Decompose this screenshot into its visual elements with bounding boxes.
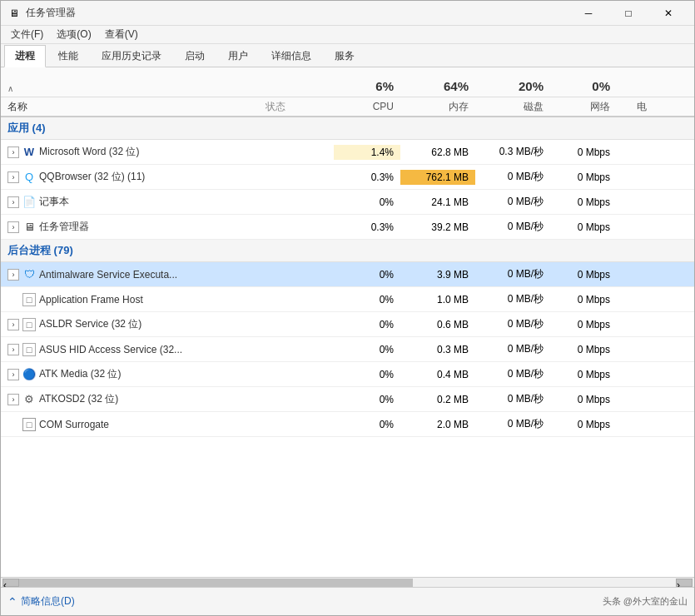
- process-mem: 0.3 MB: [400, 342, 475, 357]
- expand-button[interactable]: ›: [7, 319, 19, 330]
- section-apps: 应用 (4): [1, 117, 694, 140]
- table-row[interactable]: › W Microsoft Word (32 位) 1.4% 62.8 MB 0…: [1, 140, 694, 165]
- tab-startup[interactable]: 启动: [174, 45, 216, 67]
- process-status: [259, 423, 334, 426]
- process-mem: 0.4 MB: [400, 367, 475, 382]
- col-label-power: 电: [617, 98, 650, 116]
- brief-info-link[interactable]: ⌃ 简略信息(D): [7, 594, 75, 609]
- bottom-bar: ⌃ 简略信息(D) 头条 @外大室的金山: [1, 587, 694, 615]
- table-row[interactable]: › 🔵 ATK Media (32 位) 0% 0.4 MB 0 MB/秒 0 …: [1, 362, 694, 387]
- process-disk: 0 MB/秒: [475, 168, 550, 186]
- process-mem: 1.0 MB: [400, 292, 475, 307]
- app-icon: 🖥: [7, 7, 21, 20]
- expand-button[interactable]: ›: [7, 269, 19, 281]
- minimize-button[interactable]: ─: [569, 1, 608, 26]
- col-label-cpu[interactable]: CPU: [334, 99, 400, 114]
- expand-button[interactable]: ›: [7, 221, 19, 233]
- menu-file[interactable]: 文件(F): [4, 26, 50, 43]
- process-mem: 24.1 MB: [400, 195, 475, 210]
- table-row[interactable]: › ⚙ ATKOSD2 (32 位) 0% 0.2 MB 0 MB/秒 0 Mb…: [1, 387, 694, 412]
- word-icon: W: [22, 146, 36, 159]
- process-disk: 0 MB/秒: [475, 340, 550, 358]
- table-row[interactable]: › Q QQBrowser (32 位) (11) 0.3% 762.1 MB …: [1, 165, 694, 190]
- main-content: ∧ 6% 64% 20% 0%: [1, 67, 694, 587]
- table-row[interactable]: □ Application Frame Host 0% 1.0 MB 0 MB/…: [1, 287, 694, 312]
- process-cpu: 0%: [334, 292, 400, 307]
- process-name: ATK Media (32 位): [39, 367, 121, 381]
- process-net: 0 Mbps: [550, 417, 617, 432]
- col-header-disk[interactable]: 20%: [475, 76, 550, 97]
- tab-users[interactable]: 用户: [217, 45, 259, 67]
- expand-button[interactable]: ›: [7, 369, 19, 380]
- process-mem: 0.6 MB: [400, 317, 475, 332]
- tab-process[interactable]: 进程: [4, 45, 46, 67]
- scroll-left-btn[interactable]: ‹: [2, 579, 19, 587]
- process-cpu: 0%: [334, 417, 400, 432]
- expand-button[interactable]: ›: [7, 196, 19, 208]
- process-disk: 0 MB/秒: [475, 193, 550, 211]
- menu-view[interactable]: 查看(V): [98, 26, 145, 43]
- col-label-disk[interactable]: 磁盘: [475, 98, 550, 116]
- col-header-status: [259, 90, 334, 97]
- asushid-icon: □: [22, 343, 36, 356]
- maximize-button[interactable]: □: [609, 1, 648, 26]
- tab-services[interactable]: 服务: [324, 45, 365, 67]
- scroll-right-btn[interactable]: ›: [676, 579, 693, 587]
- process-net: 0 Mbps: [550, 220, 617, 235]
- col-label-net[interactable]: 网络: [550, 98, 617, 116]
- atkosd-icon: ⚙: [22, 393, 36, 406]
- horizontal-scrollbar[interactable]: ‹ ›: [1, 577, 694, 587]
- col-header-net[interactable]: 0%: [550, 76, 617, 97]
- tab-details[interactable]: 详细信息: [261, 45, 322, 67]
- process-mem: 62.8 MB: [400, 145, 475, 160]
- process-power: [617, 323, 650, 326]
- process-disk: 0 MB/秒: [475, 415, 550, 433]
- process-cpu: 0.3%: [334, 170, 400, 185]
- expand-button[interactable]: ›: [7, 147, 19, 158]
- process-name: QQBrowser (32 位) (11): [39, 170, 145, 184]
- process-status: [259, 151, 334, 154]
- table-row[interactable]: › 📄 记事本 0% 24.1 MB 0 MB/秒 0 Mbps: [1, 190, 694, 215]
- process-status: [259, 226, 334, 229]
- process-net: 0 Mbps: [550, 367, 617, 382]
- window-controls: ─ □ ✕: [569, 1, 688, 26]
- sort-indicator: ∧: [7, 84, 13, 93]
- col-header-mem[interactable]: 64%: [400, 76, 475, 97]
- table-body[interactable]: 应用 (4) › W Microsoft Word (32 位) 1.4% 62…: [1, 117, 694, 577]
- process-cpu: 0%: [334, 342, 400, 357]
- window-title: 任务管理器: [26, 6, 569, 20]
- table-row[interactable]: › 🖥 任务管理器 0.3% 39.2 MB 0 MB/秒 0 Mbps: [1, 215, 694, 240]
- col-label-name[interactable]: 名称: [1, 98, 259, 116]
- col-header-name[interactable]: ∧: [1, 81, 259, 97]
- table-row[interactable]: › □ ASUS HID Access Service (32... 0% 0.…: [1, 337, 694, 362]
- expand-button[interactable]: ›: [7, 394, 19, 405]
- process-status: [259, 398, 334, 401]
- process-power: [617, 226, 650, 229]
- process-net: 0 Mbps: [550, 170, 617, 185]
- expand-button[interactable]: ›: [7, 171, 19, 183]
- notepad-icon: 📄: [22, 196, 36, 209]
- process-disk: 0 MB/秒: [475, 390, 550, 408]
- tab-performance[interactable]: 性能: [47, 45, 89, 67]
- process-mem: 2.0 MB: [400, 417, 475, 432]
- table-row[interactable]: □ COM Surrogate 0% 2.0 MB 0 MB/秒 0 Mbps: [1, 412, 694, 437]
- col-label-mem[interactable]: 内存: [400, 98, 475, 116]
- process-disk: 0 MB/秒: [475, 266, 550, 283]
- tab-bar: 进程 性能 应用历史记录 启动 用户 详细信息 服务: [1, 44, 694, 67]
- process-status: [259, 323, 334, 326]
- close-button[interactable]: ✕: [649, 1, 688, 26]
- process-name: ASLDR Service (32 位): [39, 317, 141, 331]
- menu-options[interactable]: 选项(O): [50, 26, 97, 43]
- task-manager-window: 🖥 任务管理器 ─ □ ✕ 文件(F) 选项(O) 查看(V) 进程 性能 应用…: [0, 0, 695, 616]
- tab-app-history[interactable]: 应用历史记录: [91, 45, 172, 67]
- process-cpu: 0%: [334, 367, 400, 382]
- table-row[interactable]: › 🛡 Antimalware Service Executa... 0% 3.…: [1, 262, 694, 287]
- process-net: 0 Mbps: [550, 145, 617, 160]
- table-row[interactable]: › □ ASLDR Service (32 位) 0% 0.6 MB 0 MB/…: [1, 312, 694, 337]
- atkmedia-icon: 🔵: [22, 368, 36, 381]
- qqbrowser-icon: Q: [22, 171, 36, 184]
- process-name: Application Frame Host: [39, 294, 143, 306]
- process-mem: 3.9 MB: [400, 267, 475, 282]
- expand-button[interactable]: ›: [7, 344, 19, 355]
- col-header-cpu[interactable]: 6%: [334, 76, 400, 97]
